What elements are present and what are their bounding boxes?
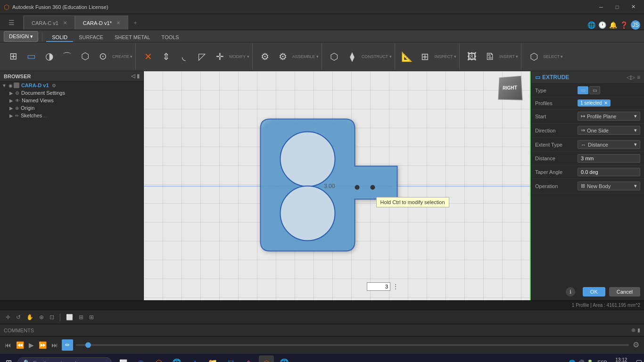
type-solid-button[interactable]: ▭ [578,86,588,94]
tab-tools[interactable]: TOOLS [156,33,185,42]
direction-select[interactable]: ⇒ One Side ▾ [578,126,640,135]
taskbar-office-button[interactable]: ⬡ [151,355,166,362]
taskbar-taskview-button[interactable]: ⬜ [116,355,131,362]
interference-button[interactable]: ⊞ [417,50,434,63]
volume-icon[interactable]: 🔊 [578,360,585,362]
timeline-end-button[interactable]: ⏭ [50,340,59,350]
windows-start-button[interactable]: ⊞ [2,356,16,362]
fillet-button[interactable]: ◟ [175,50,192,63]
decal-button[interactable]: 🖻 [481,50,498,63]
taskbar-chrome-button[interactable]: 🌐 [169,355,184,362]
move-button[interactable]: ✛ [211,50,228,63]
type-thin-button[interactable]: ▭ [589,86,600,94]
as-built-joint-button[interactable]: ⚙ [274,50,291,63]
tab-cara-c-close[interactable]: ✕ [63,20,67,25]
orbit-button[interactable]: ↺ [14,313,23,321]
notification-center-icon[interactable]: 🗨 [636,359,642,362]
cancel-button[interactable]: Cancel [609,287,640,296]
start-select[interactable]: ↦ Profile Plane ▾ [578,112,640,121]
type-label: Type [535,88,578,93]
revolve-button[interactable]: ◑ [41,49,58,64]
start-value: ↦ Profile Plane ▾ [578,112,640,121]
clear-profiles-button[interactable]: ✕ [604,100,608,106]
zoom-in-button[interactable]: ⊕ [37,313,46,321]
browser-item-named-views[interactable]: ▶ 👁 Named Views [0,97,143,104]
view-cube[interactable]: RIGHT [498,76,526,104]
taskbar-mail-button[interactable]: ✉ [223,355,238,362]
joint-button[interactable]: ⚙ [256,50,273,63]
browser-item-sketches[interactable]: ▶ ✏ Sketches … [0,112,143,119]
taskbar-search[interactable]: 🔍 Escribe aquí para buscar [17,357,112,362]
insert-canvas-button[interactable]: 🖼 [463,50,480,63]
close-button[interactable]: ✕ [626,2,640,12]
timeline-settings-icon[interactable]: ⚙ [632,339,640,350]
taskbar-clock[interactable]: 13:12 5/04/2021 [611,357,632,362]
taskbar-files-button[interactable]: 📁 [205,355,220,362]
chamfer-button[interactable]: ◸ [193,50,210,63]
operation-select-label: New Body [587,183,611,189]
select-button[interactable]: ⬡ [525,50,542,63]
minimize-button[interactable]: ─ [594,2,608,12]
ok-button[interactable]: OK [583,287,605,296]
taskbar-figma-button[interactable]: ◈ [241,355,256,362]
pan-button[interactable]: ✛ [4,313,12,321]
taskbar-fusion-button[interactable]: ⬡ [259,355,274,362]
timeline-start-button[interactable]: ⏮ [4,340,12,350]
tab-cara-d-close[interactable]: ✕ [116,20,120,25]
timeline-next-button[interactable]: ⏩ [38,340,48,350]
construct-btn1[interactable]: ⬡ [326,50,343,63]
press-pull-button[interactable]: ⇕ [157,50,174,63]
root-settings-icon[interactable]: ⚙ [52,83,56,88]
taper-input[interactable] [578,168,640,176]
view-settings-button[interactable]: ⊞ [87,313,96,321]
delete-button[interactable]: ✕ [140,50,157,63]
design-mode-button[interactable]: DESIGN ▾ [4,31,38,42]
browser-item-origin[interactable]: ▶ ⊕ Origin [0,104,143,112]
network-icon[interactable]: 🌐 [569,360,576,362]
status-text: 1 Profile | Area : 4161.195 mm^2 [572,303,640,308]
timeline-track[interactable] [76,344,629,346]
dimension-input[interactable] [367,282,390,291]
measure-button[interactable]: 📐 [399,50,416,63]
browser-item-doc-settings[interactable]: ▶ ⚙ Document Settings [0,89,143,97]
new-component-button[interactable]: ⊞ [5,49,22,64]
timeline-prev-button[interactable]: ⏪ [15,340,25,350]
browser-collapse-icon[interactable]: ▮ [137,73,140,79]
timeline-play-button[interactable]: ▶ [28,340,35,350]
browser-item-origin-label: Origin [21,105,34,111]
maximize-button[interactable]: □ [610,2,624,12]
panel-expand-icon[interactable]: ◁▷ [627,74,635,81]
browser-item-root[interactable]: ▼ ◉ CARA-D v1 ⚙ [0,82,143,89]
taskbar-edge-button[interactable]: ◉ [133,355,149,362]
browser-back-icon[interactable]: ◁ [131,73,135,79]
tab-cara-d[interactable]: CARA-D v1* ✕ [75,16,128,30]
comments-collapse-icon[interactable]: ▮ [637,327,640,333]
comments-add-icon[interactable]: ⊕ [631,327,636,333]
tab-surface[interactable]: SURFACE [73,33,109,42]
extrude-button[interactable]: ▭ [23,49,40,64]
loft-button[interactable]: ⬡ [76,49,93,64]
tab-sheet-metal[interactable]: SHEET METAL [109,33,156,42]
tab-solid[interactable]: SOLID [46,33,73,42]
taskbar-dropbox-button[interactable]: ✦ [187,355,202,362]
sketches-arrow: ▶ [9,113,13,118]
taskbar-chrome2-button[interactable]: 🌐 [277,355,292,362]
zoom-fit-button[interactable]: ⊡ [48,313,56,321]
canvas-area[interactable]: RIGHT [144,71,531,300]
distance-input[interactable] [578,154,640,163]
hand-button[interactable]: ✋ [25,313,35,321]
tab-cara-c[interactable]: CARA-C v1 ✕ [24,16,75,30]
timeline-sketch-icon[interactable]: ✏ [62,339,73,351]
panel-menu-icon[interactable]: ≡ [637,74,640,81]
sketches-dots: … [43,113,48,118]
new-tab-button[interactable]: ＋ [128,16,142,30]
construct-btn2[interactable]: ⧫ [344,50,361,63]
extent-type-select[interactable]: ↔ Distance ▾ [578,140,640,149]
operation-select[interactable]: ⊞ New Body ▾ [578,181,640,190]
hole-button[interactable]: ⊙ [94,49,111,64]
info-button[interactable]: ℹ [566,287,575,296]
battery-icon[interactable]: 🔋 [586,360,594,362]
display-mode-button[interactable]: ⬜ [64,313,75,321]
grid-button[interactable]: ⊞ [77,313,85,321]
sweep-button[interactable]: ⌒ [58,49,75,64]
